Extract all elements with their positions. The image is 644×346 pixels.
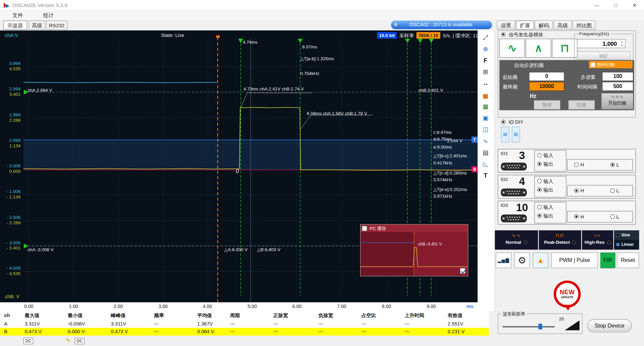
loop-sweep-checkbox[interactable]: [591, 62, 595, 67]
grid-icon[interactable]: ⊞: [479, 67, 492, 77]
io1-output-option[interactable]: 输出: [535, 159, 566, 168]
frequency-input[interactable]: 1,000 ▲ ▼: [577, 39, 626, 48]
spectrum-icon[interactable]: ▅: [479, 90, 492, 101]
io2-input-option[interactable]: 输入: [535, 177, 566, 185]
tab-advanced-left[interactable]: 高级: [29, 21, 45, 30]
io2-output-option[interactable]: 输出: [535, 185, 566, 194]
pc-buffer-enable-checkbox[interactable]: [460, 268, 465, 274]
close-button[interactable]: ✕: [625, 0, 644, 11]
fir-button[interactable]: FIR: [600, 253, 615, 268]
refresh-rate-slider[interactable]: [502, 326, 555, 328]
stop-device-button[interactable]: Stop Device: [587, 319, 632, 332]
tab-extension[interactable]: 扩展: [516, 21, 534, 30]
io3-h-option[interactable]: H: [574, 214, 584, 220]
confirm-button[interactable]: 确定: [577, 51, 631, 60]
screenshot-icon[interactable]: ◫: [479, 124, 492, 135]
cursor-d-handle[interactable]: [418, 39, 423, 43]
cursor-e-handle[interactable]: [429, 39, 434, 43]
chart-button[interactable]: ▲: [533, 253, 548, 268]
slider-handle[interactable]: [539, 324, 542, 330]
step-input[interactable]: 100: [602, 72, 633, 81]
pc-buffer-checkbox[interactable]: [362, 226, 367, 231]
waveform-plot[interactable]: 4.74ms 6.07ms △T[a-b]:1.325ms 0.754kHz 4…: [24, 31, 478, 303]
trigger-position-handle[interactable]: [216, 35, 220, 38]
io3-l-option[interactable]: L: [610, 214, 619, 220]
tile-windows-icon[interactable]: ▦: [479, 101, 492, 112]
trigger-settings-icon[interactable]: T: [479, 170, 492, 181]
pwm-pulse-button[interactable]: PWM | Pulse: [551, 253, 598, 268]
io1-h-option[interactable]: H: [574, 162, 584, 168]
tab-rs232[interactable]: RS232: [46, 21, 67, 30]
spinner-down-icon[interactable]: ▼: [619, 44, 625, 47]
reset-button[interactable]: Reset: [617, 253, 639, 268]
triangle-wave-button[interactable]: ∧: [526, 39, 551, 57]
menu-file[interactable]: 文件: [12, 12, 23, 19]
acq-normal[interactable]: ∿∿ Normal: [495, 230, 538, 249]
acq-sine[interactable]: Sine: [614, 230, 639, 240]
io2-pin-number: 4: [513, 175, 531, 188]
math-waveform-icon[interactable]: ∿: [479, 136, 492, 147]
tab-settings[interactable]: 设置: [497, 21, 515, 30]
io2-h-option[interactable]: H: [574, 188, 584, 194]
step-label: 步进量: [581, 74, 596, 81]
square-wave-button[interactable]: ⊓: [552, 39, 578, 57]
sine-wave-button[interactable]: ∿: [499, 39, 525, 57]
update-badge[interactable]: NEW UPDATE: [554, 280, 581, 308]
io2-group: IO2 4 输入 输出 H L: [498, 175, 636, 199]
io3-output-option[interactable]: 输出: [535, 211, 566, 220]
chb-coupling-badge[interactable]: DC: [75, 338, 85, 344]
start-freq-input[interactable]: 0: [529, 72, 564, 81]
io-wave-icon-1[interactable]: ≋: [501, 127, 509, 142]
zoom-icon[interactable]: ⊕: [479, 44, 492, 54]
minimize-button[interactable]: —: [587, 0, 606, 11]
tab-compare[interactable]: 对比图: [572, 21, 595, 30]
fft-icon[interactable]: F: [479, 55, 492, 66]
acq-high-res[interactable]: ≈≈ High-Res: [582, 230, 613, 249]
fullscreen-icon[interactable]: ⤢: [479, 32, 492, 43]
pause-button[interactable]: 暂停: [534, 100, 560, 109]
io-diy-radio[interactable]: IO DIY: [501, 119, 523, 125]
loop-sweep-toggle[interactable]: 循环扫频: [589, 61, 633, 68]
start-sweep-button[interactable]: ∿∿∿ 开始扫频: [601, 93, 633, 109]
io3-input-option[interactable]: 输入: [535, 202, 566, 211]
save-icon[interactable]: ▣: [479, 113, 492, 123]
menu-stats[interactable]: 统计: [43, 12, 54, 19]
end-button[interactable]: 结束: [568, 100, 595, 109]
acq-linear[interactable]: Linear: [614, 240, 639, 249]
start-sweep-label: 开始扫频: [608, 100, 627, 105]
chb-position-tag[interactable]: B: [471, 166, 477, 172]
maximize-button[interactable]: □: [606, 0, 625, 11]
spinner-up-icon[interactable]: ▲: [619, 40, 625, 44]
table-icon[interactable]: ▤: [479, 147, 492, 158]
pc-buffer-titlebar[interactable]: PC 缓存: [361, 225, 468, 232]
io1-l-option[interactable]: L: [610, 162, 619, 168]
io1-l-radio: [610, 162, 614, 167]
pc-buffer-window[interactable]: PC 缓存 chB:-3.401 V: [360, 224, 468, 276]
io-wave-icon-2[interactable]: ≋: [512, 127, 520, 142]
tab-decode[interactable]: 解码: [535, 21, 553, 30]
measurement-row-a[interactable]: A3.311V -0.036V3.311V ---1.367V ------ -…: [0, 320, 489, 328]
histogram-button[interactable]: ▂▅▇: [496, 253, 511, 268]
sweep-wave-icon: ∿∿∿: [602, 93, 633, 100]
interval-input[interactable]: 500: [602, 82, 633, 91]
io-diy-radio-icon: [501, 120, 505, 124]
cha-coupling-badge[interactable]: DC: [24, 338, 33, 344]
tab-oscilloscope[interactable]: 示波器: [3, 21, 27, 30]
measurement-row-b[interactable]: B0.473 V 0.000 V0.473 V ---0.064 V -----…: [0, 328, 489, 336]
tab-advanced-right[interactable]: 高级: [554, 21, 572, 30]
trigger-level-tag[interactable]: T: [471, 137, 477, 143]
chb-marker-icon: ✎: [66, 337, 71, 344]
cursor-b-handle[interactable]: [298, 39, 303, 43]
cursor-c-handle[interactable]: [405, 39, 410, 43]
slope-icon[interactable]: ◺: [479, 159, 492, 169]
io1-level-group: H L: [567, 159, 633, 170]
end-freq-input[interactable]: 10000: [529, 82, 564, 91]
io2-l-option[interactable]: L: [610, 188, 619, 194]
io1-input-option[interactable]: 输入: [535, 151, 566, 159]
cursor-a-readout: 4.73ms chA:2.41V chB:2.74 V: [243, 86, 304, 91]
device-status[interactable]: OSCA02 : 20713 is available.: [391, 21, 492, 29]
cursor-measure-icon[interactable]: ↔: [479, 78, 492, 89]
siggen-module-radio[interactable]: 信号发生器模块: [501, 31, 543, 38]
settings-gear-button[interactable]: ⚙: [514, 253, 530, 268]
acq-peak-detect[interactable]: ⊓⊓ Peak-Detect: [539, 230, 581, 249]
